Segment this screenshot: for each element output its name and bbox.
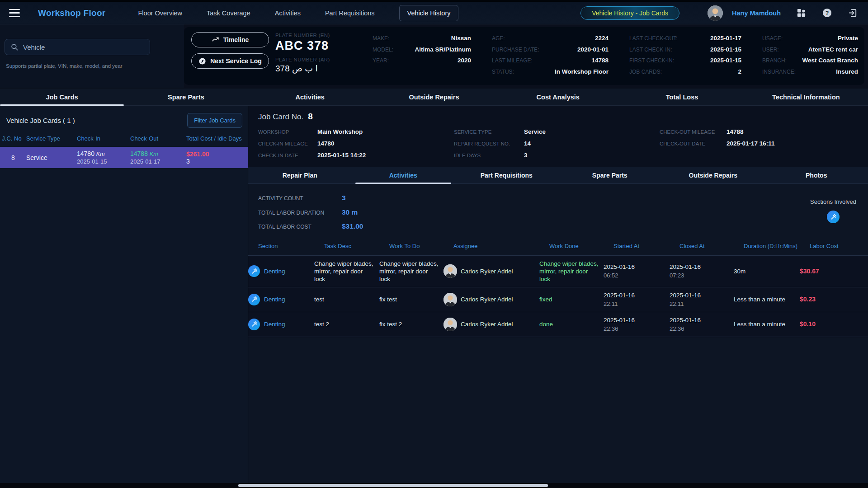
task-desc: Change wiper blades, mirror, repair door…	[314, 260, 379, 283]
jc-service-type: Service	[26, 154, 77, 161]
summary-value: 30 m	[342, 206, 358, 219]
field-value: Service	[524, 126, 546, 138]
tab-total-loss[interactable]: Total Loss	[620, 89, 744, 105]
logout-icon[interactable]	[848, 8, 858, 18]
work-to-do: fix test	[379, 296, 443, 303]
subtab-repair-plan[interactable]: Repair Plan	[248, 167, 352, 183]
summary-value: 3	[342, 191, 346, 205]
vehicle-search-input[interactable]	[23, 43, 144, 51]
field-value: Insured	[836, 66, 858, 78]
nav-floor-overview[interactable]: Floor Overview	[138, 9, 183, 17]
subtab-outside-repairs[interactable]: Outside Repairs	[661, 167, 765, 183]
horizontal-scrollbar-thumb[interactable]	[238, 484, 548, 487]
column-header: Task Desc	[324, 242, 389, 250]
nav-part-requisitions[interactable]: Part Requisitions	[325, 9, 375, 17]
activity-row[interactable]: Denting test fix test Carlos Ryker Adrie…	[248, 287, 868, 312]
job-card-number: 8	[308, 112, 313, 121]
duration: Less than a minute	[734, 320, 800, 328]
subtab-photos[interactable]: Photos	[765, 167, 868, 183]
user-name[interactable]: Hany Mamdouh	[732, 9, 781, 17]
tab-outside-repairs[interactable]: Outside Repairs	[372, 89, 496, 105]
task-desc: test	[314, 296, 379, 303]
field-label: PURCHASE DATE:	[492, 44, 539, 56]
assignee-name: Carlos Ryker Adriel	[461, 267, 513, 275]
plate-en-label: PLATE NUMBER (EN)	[275, 33, 371, 38]
column-header: Labor Cost	[810, 242, 868, 250]
tab-spare-parts[interactable]: Spare Parts	[124, 89, 248, 105]
column-header: Closed At	[679, 242, 744, 250]
sections-involved: Sections Involved	[810, 198, 856, 223]
field-value: 14788	[591, 55, 609, 66]
plate-en-value: ABC 378	[275, 39, 371, 53]
job-card-fields: WORKSHOPMain Workshop CHECK-IN MILEAGE14…	[248, 122, 868, 167]
field-label: CHECK-OUT MILEAGE	[660, 126, 726, 138]
field-value: 3	[524, 150, 528, 161]
assignee-avatar	[443, 318, 457, 331]
job-card-row-selected[interactable]: 8 Service 14780 Km 2025-01-15 14788 Km 2…	[0, 147, 248, 168]
field-value: 14788	[726, 126, 744, 138]
tab-cost-analysis[interactable]: Cost Analysis	[496, 89, 620, 105]
field-value: Altima SR/Platinum	[415, 44, 471, 56]
subtab-spare-parts[interactable]: Spare Parts	[558, 167, 662, 183]
nav-activities[interactable]: Activities	[275, 9, 301, 17]
denting-section-icon[interactable]	[827, 211, 840, 223]
column-header: Work To Do	[389, 242, 453, 250]
activity-row[interactable]: Denting test 2 fix test 2 Carlos Ryker A…	[248, 312, 868, 337]
started-at: 2025-01-1622:36	[604, 316, 670, 333]
assignee-avatar	[443, 293, 457, 306]
topbar-right: Vehicle History - Job Cards Hany Mamdouh…	[580, 5, 868, 21]
field-value: 2	[738, 66, 741, 78]
help-icon[interactable]: ?	[822, 8, 832, 18]
user-avatar[interactable]	[708, 5, 723, 21]
field-label: LAST CHECK-IN:	[629, 44, 672, 56]
field-label: LAST MILEAGE:	[492, 55, 533, 66]
field-label: SERVICE TYPE	[454, 126, 524, 138]
vehicle-search-box[interactable]	[5, 39, 150, 55]
filter-job-cards-button[interactable]: Filter Job Cards	[187, 113, 242, 128]
job-cards-table-header: J.C. No Service Type Check-In Check-Out …	[0, 133, 248, 147]
work-to-do: fix test 2	[379, 320, 443, 328]
column-header: Assignee	[453, 242, 549, 250]
summary-label: ACTIVITY COUNT	[258, 192, 342, 206]
denting-tool-icon	[248, 319, 260, 330]
denting-tool-icon	[248, 294, 260, 305]
field-label: AGE:	[492, 33, 505, 44]
subtab-activities[interactable]: Activities	[352, 167, 455, 183]
timeline-button[interactable]: Timeline	[191, 32, 269, 47]
field-label: INSURANCE:	[762, 66, 796, 78]
subtab-part-requisitions[interactable]: Part Requisitions	[455, 167, 558, 183]
content: Vehicle Job Cards ( 1 ) Filter Job Cards…	[0, 106, 868, 483]
search-icon	[10, 43, 19, 51]
column-header: J.C. No	[0, 135, 26, 142]
field-value: AtenTEC rent car	[808, 44, 858, 56]
job-card-detail-panel: Job Card No.8 WORKSHOPMain Workshop CHEC…	[248, 106, 868, 483]
column-header: Work Done	[549, 242, 613, 250]
main-nav: Floor Overview Task Coverage Activities …	[138, 5, 459, 21]
column-header: Total Cost / Idle Days	[186, 135, 248, 142]
next-service-log-button[interactable]: Next Service Log	[191, 53, 269, 69]
task-desc: test 2	[314, 320, 379, 328]
summary-label: TOTAL LABOR DURATION	[258, 206, 342, 220]
nav-task-coverage[interactable]: Task Coverage	[207, 9, 250, 17]
work-done: Change wiper blades, mirror, repair door…	[539, 260, 604, 283]
apps-grid-icon[interactable]	[796, 8, 807, 18]
field-label: CHECK-IN MILEAGE	[258, 138, 317, 150]
plate-ar-label: PLATE NUMBER (AR)	[275, 57, 371, 62]
activities-table-header: Section Task Desc Work To Do Assignee Wo…	[248, 240, 868, 255]
context-badge[interactable]: Vehicle History - Job Cards	[580, 6, 679, 20]
field-label: MODEL:	[373, 44, 393, 56]
job-card-sub-tabs: Repair Plan Activities Part Requisitions…	[248, 167, 868, 184]
tab-activities[interactable]: Activities	[248, 89, 372, 105]
closed-at: 2025-01-1607:23	[670, 263, 734, 279]
field-value: Private	[838, 33, 858, 44]
tab-job-cards[interactable]: Job Cards	[0, 89, 124, 105]
job-cards-panel: Vehicle Job Cards ( 1 ) Filter Job Cards…	[0, 106, 248, 483]
jc-checkout: 14788 Km 2025-01-17	[130, 150, 186, 165]
activity-row[interactable]: Denting Change wiper blades, mirror, rep…	[248, 255, 868, 287]
nav-vehicle-history[interactable]: Vehicle History	[399, 5, 459, 21]
job-cards-count-title: Vehicle Job Cards ( 1 )	[6, 117, 75, 124]
section-name: Denting	[264, 320, 285, 328]
closed-at: 2025-01-1622:36	[670, 316, 734, 333]
tab-technical-information[interactable]: Technical Information	[744, 89, 868, 105]
menu-icon[interactable]	[9, 9, 20, 17]
